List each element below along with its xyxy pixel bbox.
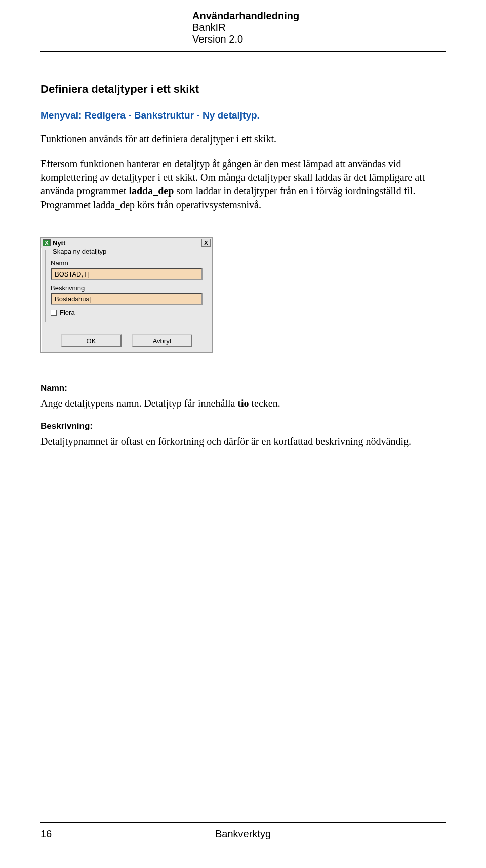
- doc-header: Användarhandledning BankIR Version 2.0: [40, 10, 446, 45]
- doc-subtitle-1: BankIR: [192, 22, 446, 33]
- field-beskrivning-text: Detaljtypnamnet är oftast en förkortning…: [40, 435, 446, 448]
- doc-title: Användarhandledning: [192, 10, 446, 22]
- namn-text-b: tecken.: [249, 398, 280, 409]
- name-input[interactable]: BOSTAD,T|: [51, 268, 202, 280]
- ok-button[interactable]: OK: [61, 334, 122, 347]
- page-number: 16: [40, 828, 52, 840]
- fieldset-new-detail: Skapa ny detaljtyp Namn BOSTAD,T| Beskri…: [45, 250, 208, 322]
- field-namn-text: Ange detaljtypens namn. Detaljtyp får in…: [40, 397, 446, 410]
- namn-text-bold: tio: [237, 398, 249, 409]
- namn-text-a: Ange detaljtypens namn. Detaljtyp får in…: [40, 398, 237, 409]
- menu-path: Menyval: Redigera - Bankstruktur - Ny de…: [40, 110, 446, 121]
- description-label: Beskrivning: [51, 284, 202, 292]
- checkbox-label: Flera: [60, 309, 75, 317]
- dialog-screenshot: X Nytt X Skapa ny detaljtyp Namn BOSTAD,…: [40, 237, 446, 353]
- description-input[interactable]: Bostadshus|: [51, 293, 202, 305]
- name-label: Namn: [51, 259, 202, 267]
- paragraph-2-bold: ladda_dep: [129, 185, 174, 196]
- field-namn-label: Namn:: [40, 383, 446, 393]
- dialog-titlebar: X Nytt X: [41, 238, 212, 248]
- paragraph-2: Eftersom funktionen hanterar en detaljty…: [40, 157, 446, 212]
- multiple-checkbox-row[interactable]: Flera: [51, 309, 202, 317]
- footer-rule: [40, 822, 446, 823]
- page-footer: 16 Bankverktyg: [40, 818, 446, 840]
- fieldset-legend: Skapa ny detaljtyp: [51, 248, 108, 255]
- cancel-button[interactable]: Avbryt: [132, 334, 192, 347]
- footer-section: Bankverktyg: [215, 828, 271, 840]
- field-beskrivning-label: Beskrivning:: [40, 421, 446, 431]
- paragraph-1: Funktionen används för att definiera det…: [40, 132, 446, 146]
- window-icon: X: [43, 239, 51, 246]
- checkbox-icon[interactable]: [51, 310, 57, 316]
- dialog-title: Nytt: [53, 239, 65, 247]
- header-rule: [40, 51, 446, 52]
- section-heading: Definiera detaljtyper i ett skikt: [40, 83, 446, 96]
- close-icon[interactable]: X: [201, 239, 211, 247]
- doc-subtitle-2: Version 2.0: [192, 33, 446, 45]
- dialog-nytt: X Nytt X Skapa ny detaljtyp Namn BOSTAD,…: [40, 237, 213, 353]
